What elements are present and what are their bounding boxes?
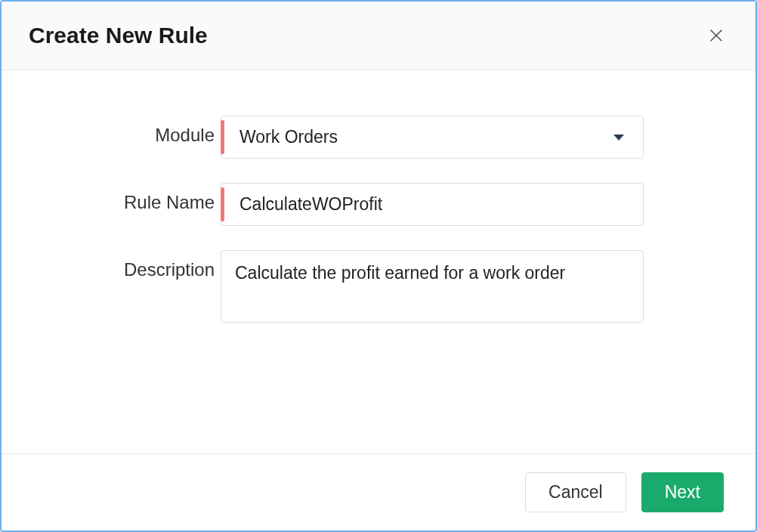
description-input-wrap: Calculate the profit earned for a work o… bbox=[221, 250, 644, 326]
form-row-rulename: Rule Name bbox=[47, 183, 710, 226]
required-indicator bbox=[221, 187, 224, 221]
dialog-footer: Cancel Next bbox=[2, 453, 755, 530]
module-label: Module bbox=[47, 116, 221, 146]
description-textarea[interactable]: Calculate the profit earned for a work o… bbox=[221, 250, 644, 323]
module-select-value: Work Orders bbox=[239, 127, 338, 147]
close-button[interactable] bbox=[704, 23, 728, 48]
cancel-button[interactable]: Cancel bbox=[525, 472, 626, 512]
rulename-input[interactable] bbox=[221, 183, 644, 226]
module-select-wrap: Work Orders bbox=[221, 116, 644, 159]
dialog-header: Create New Rule bbox=[2, 2, 755, 70]
next-button[interactable]: Next bbox=[641, 472, 724, 512]
description-label: Description bbox=[47, 250, 221, 280]
required-indicator bbox=[221, 120, 224, 154]
chevron-down-icon bbox=[613, 135, 624, 141]
module-select[interactable]: Work Orders bbox=[221, 116, 644, 159]
dialog-body: Module Work Orders Rule Name Description… bbox=[2, 70, 755, 453]
rulename-label: Rule Name bbox=[47, 183, 221, 213]
create-rule-dialog: Create New Rule Module Work Orders Rule … bbox=[0, 0, 757, 532]
form-row-description: Description Calculate the profit earned … bbox=[47, 250, 710, 326]
close-icon bbox=[708, 27, 725, 44]
form-row-module: Module Work Orders bbox=[47, 116, 710, 159]
rulename-input-wrap bbox=[221, 183, 644, 226]
dialog-title: Create New Rule bbox=[29, 23, 208, 48]
